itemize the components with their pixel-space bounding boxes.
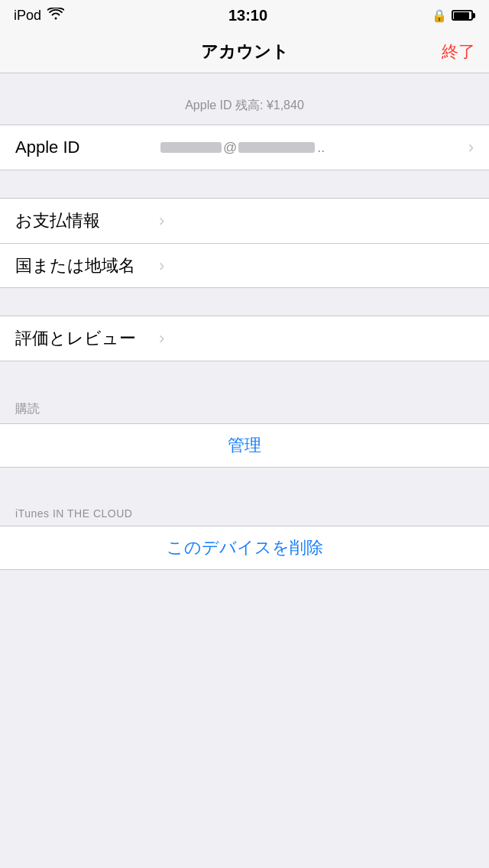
nav-bar: アカウント 終了 bbox=[0, 31, 489, 73]
itunes-header: iTunes IN THE CLOUD bbox=[0, 495, 489, 526]
apple-id-label: Apple ID bbox=[15, 138, 153, 157]
apple-id-section: Apple ID @ .. › bbox=[0, 125, 489, 170]
review-label: 評価とレビュー bbox=[15, 327, 153, 350]
email-dots: .. bbox=[315, 140, 325, 156]
balance-label: Apple ID 残高: ¥1,840 bbox=[185, 99, 304, 112]
status-right: 🔒 bbox=[432, 8, 475, 23]
gap-3 bbox=[0, 288, 489, 316]
email-blur-right bbox=[238, 142, 315, 153]
manage-row[interactable]: 管理 bbox=[0, 423, 489, 468]
region-label: 国または地域名 bbox=[15, 254, 153, 277]
delete-device-label: このデバイスを削除 bbox=[167, 536, 323, 559]
manage-label: 管理 bbox=[228, 434, 261, 457]
lock-icon: 🔒 bbox=[432, 8, 447, 23]
email-at: @ bbox=[222, 140, 238, 156]
wifi-icon bbox=[47, 8, 64, 24]
status-bar: iPod 13:10 🔒 bbox=[0, 0, 489, 31]
region-chevron: › bbox=[159, 256, 164, 276]
subscription-header: 購読 bbox=[0, 389, 489, 423]
device-label: iPod bbox=[14, 8, 41, 24]
gap-4 bbox=[0, 361, 489, 389]
review-section: 評価とレビュー › bbox=[0, 316, 489, 361]
balance-row: Apple ID 残高: ¥1,840 bbox=[0, 87, 489, 125]
review-chevron: › bbox=[159, 329, 164, 348]
review-row[interactable]: 評価とレビュー › bbox=[0, 316, 489, 361]
gap-2 bbox=[0, 170, 489, 198]
payment-row[interactable]: お支払情報 › bbox=[0, 199, 489, 243]
delete-device-row[interactable]: このデバイスを削除 bbox=[0, 526, 489, 570]
done-button[interactable]: 終了 bbox=[442, 40, 475, 63]
gap-1 bbox=[0, 73, 489, 87]
status-time: 13:10 bbox=[228, 7, 267, 24]
status-left: iPod bbox=[14, 8, 64, 24]
email-blur-left bbox=[160, 142, 222, 153]
payment-label: お支払情報 bbox=[15, 209, 153, 232]
payment-chevron: › bbox=[159, 211, 164, 231]
region-row[interactable]: 国または地域名 › bbox=[0, 243, 489, 287]
apple-id-value: @ .. bbox=[153, 140, 462, 156]
payment-region-section: お支払情報 › 国または地域名 › bbox=[0, 198, 489, 288]
page-title: アカウント bbox=[201, 40, 289, 63]
apple-id-chevron: › bbox=[468, 138, 474, 157]
gap-5 bbox=[0, 468, 489, 495]
battery-icon bbox=[452, 10, 475, 21]
apple-id-row[interactable]: Apple ID @ .. › bbox=[0, 125, 489, 170]
